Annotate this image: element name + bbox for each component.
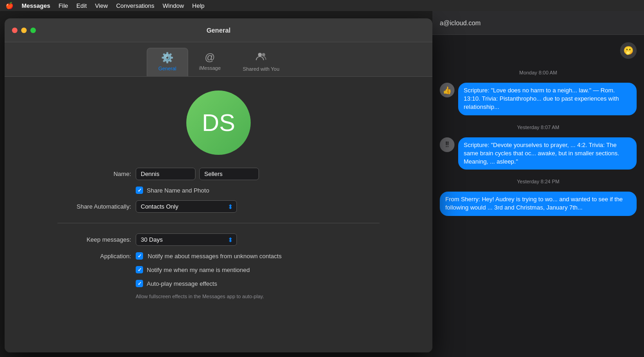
section-divider	[58, 223, 380, 223]
share-name-photo-checkbox[interactable]: ✓	[136, 187, 143, 194]
share-automatically-select[interactable]: Contacts Only Everyone Always Ask	[136, 200, 237, 213]
chat-emoji-row: 🫢	[440, 42, 637, 59]
shared-icon	[256, 51, 267, 64]
menu-edit[interactable]: Edit	[76, 2, 86, 9]
preferences-window: General ⚙️ General @ iMessage Shared wit…	[5, 18, 432, 352]
menu-conversations[interactable]: Conversations	[116, 2, 154, 9]
close-button[interactable]	[12, 28, 17, 33]
last-name-input[interactable]	[199, 168, 259, 180]
tab-general[interactable]: ⚙️ General	[147, 48, 188, 76]
traffic-lights	[12, 28, 36, 33]
share-automatically-wrapper: Contacts Only Everyone Always Ask ⬍	[136, 200, 237, 213]
share-automatically-row: Share Automatically: Contacts Only Every…	[58, 200, 380, 213]
tab-imessage-label: iMessage	[199, 65, 221, 71]
message-row-2: ‼️ Scripture: "Devote yourselves to pray…	[440, 137, 637, 170]
menu-messages[interactable]: Messages	[22, 2, 50, 9]
notify-unknown-checkbox[interactable]: ✓	[136, 252, 143, 260]
share-name-photo-label: Share Name and Photo	[147, 187, 209, 194]
timestamp-yesterday1: Yesterday 8:07 AM	[440, 125, 637, 130]
menubar: 🍎 Messages File Edit View Conversations …	[0, 0, 644, 11]
autoplay-hint: Allow fullscreen effects in the Messages…	[58, 294, 380, 299]
msg-avatar-2: ‼️	[440, 137, 454, 152]
message-bubble-3: From Sherry: Hey! Audrey is trying to wo…	[440, 192, 637, 215]
svg-point-0	[258, 53, 262, 57]
title-bar: General	[5, 18, 432, 42]
menu-file[interactable]: File	[58, 2, 68, 9]
tab-shared-label: Shared with You	[243, 66, 280, 72]
autoplay-checkbox[interactable]: ✓	[136, 280, 143, 287]
chat-emoji-bubble: 🫢	[620, 42, 637, 59]
keep-messages-select[interactable]: 30 Days 1 Year Forever	[136, 233, 237, 246]
window-title: General	[207, 27, 230, 34]
chat-messages: 🫢 Monday 8:00 AM 👍 Scripture: "Love does…	[432, 35, 644, 223]
svg-point-1	[262, 53, 265, 57]
avatar-initials: DS	[202, 109, 235, 136]
application-label: Application:	[58, 253, 131, 260]
first-name-input[interactable]	[136, 168, 196, 180]
preferences-content: DS Name: ✓ Share Name and Photo Share A	[5, 77, 432, 352]
application-row: Application: ✓ Notify me about messages …	[58, 252, 380, 260]
notify-mentioned-checkbox[interactable]: ✓	[136, 266, 143, 273]
tab-imessage[interactable]: @ iMessage	[188, 48, 232, 76]
imessage-icon: @	[205, 51, 215, 63]
tab-general-label: General	[158, 66, 176, 71]
autoplay-label: Auto-play message effects	[147, 280, 217, 287]
form-section: Name: ✓ Share Name and Photo Share Autom…	[58, 168, 380, 299]
minimize-button[interactable]	[21, 28, 27, 33]
menu-view[interactable]: View	[95, 2, 108, 9]
notify-mentioned-row: ✓ Notify me when my name is mentioned	[58, 266, 380, 273]
general-icon: ⚙️	[161, 52, 173, 64]
share-name-photo-row: ✓ Share Name and Photo	[58, 187, 380, 194]
message-row-1: 👍 Scripture: "Love does no harm to a nei…	[440, 83, 637, 115]
keep-messages-row: Keep messages: 30 Days 1 Year Forever ⬍	[58, 233, 380, 246]
name-row: Name:	[58, 168, 380, 180]
menu-help[interactable]: Help	[192, 2, 205, 9]
name-inputs	[136, 168, 259, 180]
toolbar: ⚙️ General @ iMessage Shared with You	[5, 42, 432, 77]
avatar: DS	[186, 91, 251, 155]
chat-header-email: a@icloud.com	[440, 19, 481, 27]
share-automatically-label: Share Automatically:	[58, 203, 131, 210]
timestamp-yesterday2: Yesterday 8:24 PM	[440, 179, 637, 184]
autoplay-row: ✓ Auto-play message effects	[58, 280, 380, 287]
message-bubble-1: Scripture: "Love does no harm to a neigh…	[458, 83, 637, 115]
msg-avatar-1: 👍	[440, 83, 454, 97]
menu-window[interactable]: Window	[163, 2, 184, 9]
message-row-3: From Sherry: Hey! Audrey is trying to wo…	[440, 192, 637, 215]
timestamp-monday: Monday 8:00 AM	[440, 70, 637, 75]
apple-menu-icon[interactable]: 🍎	[6, 2, 13, 9]
chat-background: a@icloud.com 🫢 Monday 8:00 AM 👍 Scriptur…	[432, 11, 644, 357]
message-bubble-2: Scripture: "Devote yourselves to prayer,…	[458, 137, 637, 170]
chat-header: a@icloud.com	[432, 11, 644, 35]
notify-mentioned-label: Notify me when my name is mentioned	[147, 266, 250, 273]
keep-messages-label: Keep messages:	[58, 236, 131, 243]
maximize-button[interactable]	[30, 28, 36, 33]
tab-shared[interactable]: Shared with You	[232, 48, 291, 76]
keep-messages-wrapper: 30 Days 1 Year Forever ⬍	[136, 233, 237, 246]
notify-unknown-label: Notify me about messages from unknown co…	[148, 253, 282, 260]
name-label: Name:	[58, 170, 131, 177]
